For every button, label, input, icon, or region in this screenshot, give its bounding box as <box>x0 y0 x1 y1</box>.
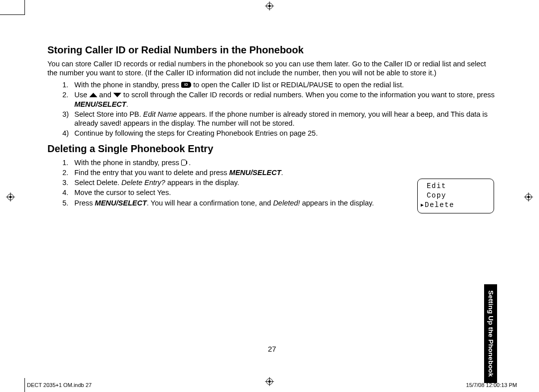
svg-point-7 <box>9 196 12 198</box>
lcd-display: Edit Copy Delete <box>417 179 494 213</box>
list-item: 3. Select Delete. Delete Entry? appears … <box>62 178 382 187</box>
footer-left: DECT 2035+1 OM.indb 27 <box>27 382 92 388</box>
list-item: 2. Find the entry that you want to delet… <box>62 168 382 177</box>
list-item: 3) Select Store into PB. Edit Name appea… <box>62 110 497 128</box>
lcd-row-selected: Delete <box>422 200 490 210</box>
intro-storing: You can store Caller ID records or redia… <box>47 59 497 77</box>
lcd-row: Copy <box>422 191 490 200</box>
list-item: 1. With the phone in standby, press ID t… <box>62 80 497 89</box>
steps-storing: 1. With the phone in standby, press ID t… <box>62 80 497 138</box>
print-footer: DECT 2035+1 OM.indb 27 15/7/08 12:00:13 … <box>25 382 519 388</box>
registration-mark-left <box>6 193 15 201</box>
list-item: 1. With the phone in standby, press . <box>62 158 382 167</box>
svg-point-11 <box>528 196 530 198</box>
phonebook-icon <box>181 160 187 166</box>
heading-deleting: Deleting a Single Phonebook Entry <box>47 143 497 155</box>
list-item: 4) Continue by following the steps for C… <box>62 129 497 138</box>
list-item: 4. Move the cursor to select Yes. <box>62 188 382 197</box>
page-number: 27 <box>25 345 519 353</box>
up-arrow-icon <box>89 93 97 97</box>
svg-point-3 <box>269 5 271 7</box>
registration-mark-right <box>524 193 533 201</box>
list-item: 2. Use and to scroll through the Caller … <box>62 90 497 108</box>
steps-deleting: 1. With the phone in standby, press . 2.… <box>62 158 382 207</box>
registration-mark-top <box>265 1 274 10</box>
list-item: 5. Press MENU/SELECT. You will hear a co… <box>62 198 382 207</box>
caller-id-icon: ID <box>181 82 191 88</box>
section-tab: Setting Up the Phonebook <box>484 284 497 383</box>
lcd-row: Edit <box>422 182 490 191</box>
heading-storing: Storing Caller ID or Redial Numbers in t… <box>47 44 497 56</box>
footer-right: 15/7/08 12:00:13 PM <box>466 382 517 388</box>
down-arrow-icon <box>113 93 121 97</box>
